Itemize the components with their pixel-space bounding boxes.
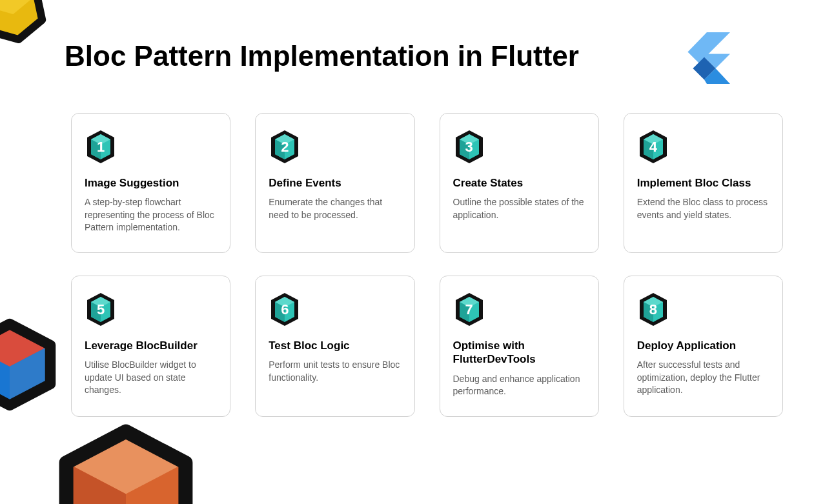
step-card: 7 Optimise with FlutterDevTools Debug an…	[440, 276, 599, 417]
card-description: Utilise BlocBuilder widget to update UI …	[85, 359, 217, 397]
cards-grid: 1 Image Suggestion A step-by-step flowch…	[71, 113, 783, 417]
flutter-logo-icon	[678, 32, 730, 84]
hexagon-badge-icon: 2	[269, 129, 301, 165]
step-number: 2	[281, 139, 289, 156]
step-card: 8 Deploy Application After successful te…	[624, 276, 783, 417]
step-number: 8	[649, 301, 657, 318]
step-card: 1 Image Suggestion A step-by-step flowch…	[71, 113, 230, 253]
step-card: 5 Leverage BlocBuilder Utilise BlocBuild…	[71, 276, 230, 417]
card-description: Enumerate the changes that need to be pr…	[269, 196, 401, 221]
step-card: 2 Define Events Enumerate the changes th…	[255, 113, 414, 253]
step-number: 5	[97, 301, 105, 318]
card-description: After successful tests and optimization,…	[637, 359, 769, 397]
hexagon-badge-icon: 4	[637, 129, 669, 165]
card-title: Test Bloc Logic	[269, 339, 401, 352]
card-title: Image Suggestion	[85, 176, 217, 190]
step-card: 6 Test Bloc Logic Perform unit tests to …	[255, 276, 414, 417]
step-card: 4 Implement Bloc Class Extend the Bloc c…	[624, 113, 783, 253]
hexagon-badge-icon: 5	[85, 292, 117, 327]
step-number: 6	[281, 301, 289, 318]
card-description: Perform unit tests to ensure Bloc functi…	[269, 359, 401, 384]
hexagon-badge-icon: 6	[269, 292, 301, 327]
step-number: 1	[97, 139, 105, 156]
step-number: 3	[465, 139, 473, 156]
card-title: Implement Bloc Class	[637, 176, 769, 190]
card-description: Debug and enhance application performanc…	[453, 373, 585, 398]
step-number: 7	[465, 301, 473, 318]
hexagon-badge-icon: 7	[453, 292, 485, 327]
card-title: Define Events	[269, 176, 401, 190]
card-title: Create States	[453, 176, 585, 190]
hexagon-badge-icon: 1	[85, 129, 117, 165]
step-number: 4	[649, 139, 657, 156]
hexagon-badge-icon: 8	[637, 292, 669, 327]
card-description: Outline the possible states of the appli…	[453, 196, 585, 221]
card-title: Leverage BlocBuilder	[85, 339, 217, 352]
card-description: A step-by-step flowchart representing th…	[85, 196, 217, 234]
decorative-cube-left	[0, 316, 58, 413]
decorative-cube-topleft	[0, 0, 57, 52]
hexagon-badge-icon: 3	[453, 129, 485, 165]
page-title: Bloc Pattern Implementation in Flutter	[65, 40, 579, 72]
card-title: Optimise with FlutterDevTools	[453, 339, 585, 367]
step-card: 3 Create States Outline the possible sta…	[440, 113, 599, 253]
card-title: Deploy Application	[637, 339, 769, 352]
decorative-cube-bottom	[52, 420, 200, 504]
card-description: Extend the Bloc class to process events …	[637, 196, 769, 221]
